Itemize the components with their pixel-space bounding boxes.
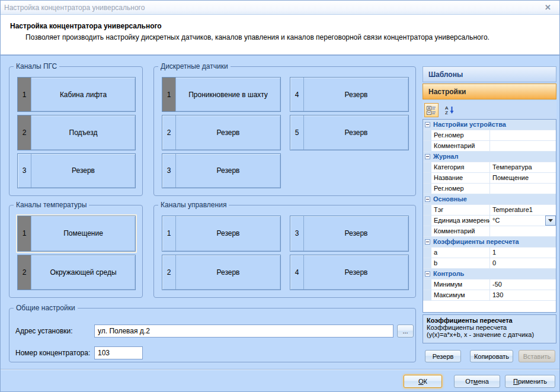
channel-button-discrete-3[interactable]: 3Резерв <box>162 153 281 188</box>
svg-text:Z: Z <box>445 110 448 115</box>
channel-button-control-2[interactable]: 2Резерв <box>162 255 281 291</box>
property-value[interactable]: 0 <box>490 258 556 268</box>
property-row[interactable]: НазваниеПомещение <box>423 173 556 184</box>
templates-bar[interactable]: Шаблоны <box>423 66 556 82</box>
property-value[interactable]: 130 <box>490 290 556 300</box>
address-input[interactable] <box>94 324 393 338</box>
channel-number-badge: 1 <box>18 78 31 111</box>
property-category-label: Коэффициенты пересчета <box>433 237 519 247</box>
property-name: Категория <box>431 162 490 172</box>
property-row-gutter <box>423 205 431 215</box>
collapse-minus-icon[interactable] <box>425 154 430 159</box>
property-category-row[interactable]: Настройки устройства <box>423 120 556 130</box>
property-row[interactable]: Минимум-50 <box>423 279 556 290</box>
property-row[interactable]: КатегорияТемпература <box>423 162 556 173</box>
alphabetical-sort-icon[interactable]: A Z <box>443 103 457 117</box>
templates-bar-label: Шаблоны <box>428 70 463 79</box>
property-name: Комментарий <box>431 226 490 236</box>
property-category-label: Журнал <box>433 152 458 162</box>
dialog-window: Настройка концентратора универсального ✕… <box>0 0 560 392</box>
paste-button[interactable]: Вставить <box>519 350 555 362</box>
property-value[interactable] <box>490 226 556 236</box>
property-row[interactable]: Единица измерения°C <box>423 216 556 226</box>
copy-button[interactable]: Копировать <box>470 350 513 362</box>
property-value[interactable]: 1 <box>490 248 556 258</box>
property-grid-toolbar: A Z <box>423 101 556 119</box>
property-description-line1: Коэффициенты пересчета <box>427 324 552 331</box>
ok-button[interactable]: ОК <box>404 375 442 388</box>
property-category-row[interactable]: Основные <box>423 194 556 205</box>
property-name: Рег.номер <box>431 130 490 140</box>
property-category-row[interactable]: Контроль <box>423 269 556 279</box>
channel-label: Резерв <box>304 216 408 251</box>
property-value[interactable]: Температура <box>490 162 556 172</box>
property-value[interactable] <box>490 184 556 194</box>
property-value[interactable] <box>490 141 556 151</box>
collapse-minus-icon[interactable] <box>425 197 430 202</box>
property-row-gutter <box>423 279 431 290</box>
apply-button[interactable]: Применить <box>505 375 555 388</box>
channel-button-pgs-2[interactable]: 2Подъезд <box>17 115 136 150</box>
concentrator-number-input[interactable] <box>94 346 143 359</box>
property-name: Комментарий <box>431 141 490 151</box>
property-value[interactable]: Temperature1 <box>490 205 556 215</box>
property-row[interactable]: Рег.номер <box>423 130 556 141</box>
group-general-settings: Общие настройки Адрес установки: ... Ном… <box>9 308 416 362</box>
property-row[interactable]: Рег.номер <box>423 184 556 194</box>
close-icon[interactable]: ✕ <box>542 3 553 12</box>
property-row[interactable]: Максимум130 <box>423 290 556 301</box>
channel-number-badge: 3 <box>290 216 304 251</box>
cancel-button[interactable]: Отмена <box>454 375 500 388</box>
concentrator-number-label: Номер концентратора: <box>15 349 90 357</box>
group-pgs-label: Каналы ПГС <box>14 62 59 70</box>
collapse-minus-icon[interactable] <box>425 271 430 277</box>
titlebar[interactable]: Настройка концентратора универсального ✕ <box>1 1 559 15</box>
temperature-channel-list: 1Помещение2Окружающей среды <box>17 216 136 290</box>
property-row[interactable]: Комментарий <box>423 141 556 152</box>
channel-label: Резерв <box>176 216 280 251</box>
property-row[interactable]: a1 <box>423 248 556 258</box>
channel-button-control-3[interactable]: 3Резерв <box>290 216 409 252</box>
property-row[interactable]: Комментарий <box>423 226 556 237</box>
property-row-gutter <box>423 226 431 236</box>
channel-label: Резерв <box>176 154 280 188</box>
settings-bar[interactable]: Настройки <box>423 83 556 99</box>
browse-button[interactable]: ... <box>397 324 414 338</box>
channel-button-temperature-1[interactable]: 1Помещение <box>17 216 136 252</box>
collapse-minus-icon[interactable] <box>425 122 430 127</box>
channel-number-badge: 4 <box>290 255 304 290</box>
channel-button-pgs-3[interactable]: 3Резерв <box>17 153 136 188</box>
address-label: Адрес установки: <box>15 327 73 335</box>
dialog-header: Настройка концентратора универсального П… <box>1 15 559 56</box>
channel-button-control-4[interactable]: 4Резерв <box>290 255 409 291</box>
property-value[interactable]: °C <box>490 216 556 226</box>
property-row-gutter <box>423 173 431 183</box>
property-row[interactable]: b0 <box>423 258 556 269</box>
property-value[interactable]: -50 <box>490 279 556 290</box>
channel-label: Помещение <box>31 216 135 251</box>
channel-button-discrete-4[interactable]: 4Резерв <box>290 77 409 112</box>
group-discrete-label: Дискретные датчики <box>158 62 231 70</box>
channel-button-discrete-5[interactable]: 5Резерв <box>290 115 409 150</box>
property-category-label: Основные <box>433 194 467 204</box>
channel-number-badge: 2 <box>162 255 176 290</box>
channel-button-pgs-1[interactable]: 1Кабина лифта <box>17 77 136 112</box>
channel-label: Подъезд <box>31 115 135 149</box>
channel-label: Окружающей среды <box>31 255 135 290</box>
collapse-minus-icon[interactable] <box>425 239 430 245</box>
property-row-gutter <box>423 290 431 300</box>
property-row[interactable]: ТэгTemperature1 <box>423 205 556 216</box>
channel-button-control-1[interactable]: 1Резерв <box>162 216 281 252</box>
reserve-button[interactable]: Резерв <box>425 350 461 362</box>
property-value[interactable]: Помещение <box>490 173 556 183</box>
channel-button-discrete-2[interactable]: 2Резерв <box>162 115 281 150</box>
categorized-view-icon[interactable] <box>424 103 439 117</box>
property-category-row[interactable]: Журнал <box>423 152 556 162</box>
channel-button-discrete-1[interactable]: 1Проникновение в шахту <box>162 77 281 112</box>
group-temperature-label: Каналы температуры <box>14 201 89 209</box>
dropdown-arrow-button[interactable] <box>545 216 556 226</box>
property-category-row[interactable]: Коэффициенты пересчета <box>423 237 556 248</box>
property-name: a <box>431 248 490 258</box>
property-value[interactable] <box>490 130 556 140</box>
channel-button-temperature-2[interactable]: 2Окружающей среды <box>17 255 136 291</box>
